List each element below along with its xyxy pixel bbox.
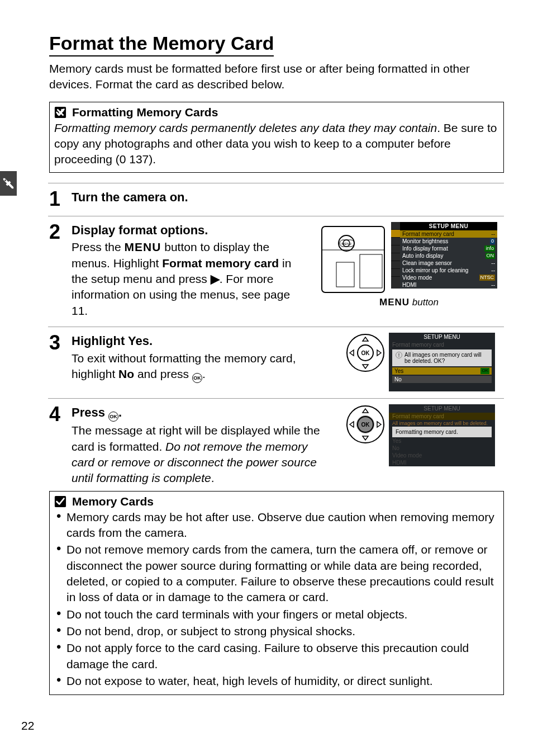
sim-title: SETUP MENU — [400, 222, 497, 230]
bullet-item: Do not touch the card terminals with you… — [54, 607, 499, 622]
warning-box-formatting: Formatting Memory Cards Formatting memor… — [49, 102, 504, 173]
separator — [48, 183, 504, 183]
step-3-body: To exit without formatting the memory ca… — [72, 351, 329, 383]
bullet-item: Do not remove memory cards from the came… — [54, 542, 499, 605]
step-2: 2 Display format options. Press the MENU… — [49, 222, 504, 320]
step-4: 4 Press OK. The message at right will be… — [49, 404, 504, 487]
svg-text:MENU: MENU — [341, 242, 351, 245]
svg-rect-7 — [360, 254, 382, 288]
step-2-body: Press the MENU button to display the men… — [72, 239, 306, 319]
step-4-body: The message at right will be displayed w… — [72, 423, 329, 486]
step-3: 3 Highlight Yes. To exit without formatt… — [49, 333, 504, 391]
warning-title-2: Memory Cards — [72, 495, 154, 508]
page-number: 22 — [21, 719, 34, 733]
separator — [48, 327, 504, 327]
warning-box-memory-cards: Memory Cards Memory cards may be hot aft… — [49, 491, 504, 696]
step-4-illustration: OK SETUP MENU Format memory card All ima… — [336, 404, 504, 487]
step-3-illustration: OK SETUP MENU Format memory card !All im… — [336, 333, 504, 391]
page-title: Format the Memory Card — [49, 32, 274, 56]
ok-dpad-icon: OK — [345, 333, 386, 373]
setup-menu-screenshot: SETUP MENU Format memory card-- Monitor … — [391, 222, 497, 289]
lead-paragraph: Memory cards must be formatted before fi… — [49, 61, 504, 93]
separator — [48, 398, 504, 399]
bullet-item: Memory cards may be hot after use. Obser… — [54, 509, 499, 541]
ok-dpad-icon: OK — [345, 404, 386, 445]
warning-bullets: Memory cards may be hot after use. Obser… — [54, 509, 499, 689]
step-1-number: 1 — [49, 189, 64, 209]
tools-icon — [2, 177, 15, 190]
camera-back-icon: MENU — [321, 222, 388, 295]
step-2-caption: MENU button — [379, 297, 439, 308]
warning-body: Formatting memory cards permanently dele… — [54, 120, 499, 168]
bullet-item: Do not expose to water, heat, high level… — [54, 673, 499, 689]
bullet-item: Do not bend, drop, or subject to strong … — [54, 623, 499, 639]
svg-text:OK: OK — [361, 350, 370, 356]
side-tab — [0, 171, 17, 196]
warning-title: Formatting Memory Cards — [72, 106, 218, 119]
step-3-number: 3 — [49, 333, 64, 391]
separator — [48, 216, 504, 216]
step-2-illustration: MENU SETUP MENU Format memory card-- Mon… — [314, 222, 504, 320]
bullet-item: Do not apply force to the card casing. F… — [54, 640, 499, 672]
progress-dialog-screenshot: SETUP MENU Format memory card All images… — [389, 404, 495, 466]
step-2-number: 2 — [49, 222, 64, 320]
svg-text:OK: OK — [361, 422, 370, 428]
step-3-head: Highlight Yes. — [72, 333, 329, 349]
svg-rect-1 — [322, 226, 384, 292]
warning-icon — [54, 495, 66, 508]
warning-icon — [54, 106, 66, 119]
step-4-number: 4 — [49, 404, 64, 487]
step-1-head: Turn the camera on. — [72, 189, 504, 206]
step-2-head: Display format options. — [72, 222, 306, 239]
confirm-dialog-screenshot: SETUP MENU Format memory card !All image… — [389, 333, 495, 391]
step-4-head: Press OK. — [72, 404, 329, 422]
svg-rect-6 — [336, 262, 354, 287]
step-1: 1 Turn the camera on. — [49, 189, 504, 209]
